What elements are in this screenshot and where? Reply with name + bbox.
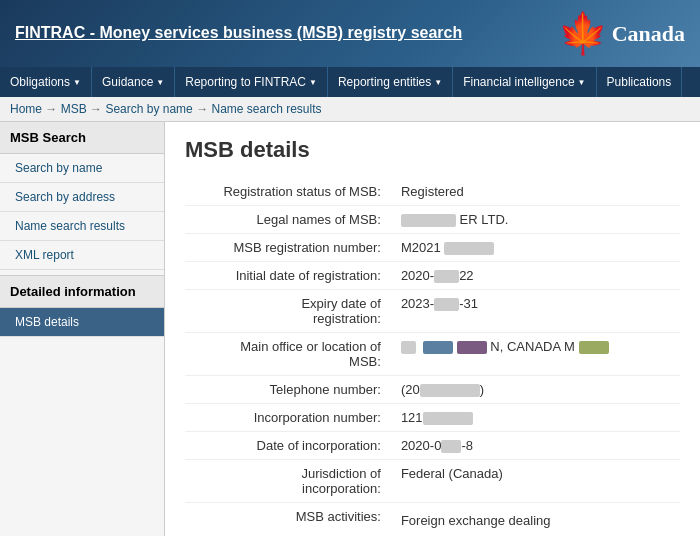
field-value-msb-activities: Foreign exchange dealing Money transferr… bbox=[393, 503, 680, 536]
chevron-down-icon: ▼ bbox=[434, 78, 442, 87]
table-row: Legal names of MSB: ER LTD. bbox=[185, 206, 680, 234]
breadcrumb-sep: → bbox=[90, 102, 105, 116]
field-value-main-office: N, CANADA M bbox=[393, 333, 680, 376]
sidebar-section-msb-search: MSB Search bbox=[0, 122, 164, 154]
redacted-block bbox=[401, 341, 416, 354]
field-value-registration-status: Registered bbox=[393, 178, 680, 206]
field-label-telephone: Telephone number: bbox=[185, 376, 393, 404]
redacted-block bbox=[457, 341, 487, 354]
nav-guidance[interactable]: Guidance ▼ bbox=[92, 67, 175, 97]
field-value-incorporation-number: 121 bbox=[393, 404, 680, 432]
redacted-block bbox=[444, 242, 494, 255]
sidebar-item-xml-report[interactable]: XML report bbox=[0, 241, 164, 270]
field-label-expiry-date: Expiry date ofregistration: bbox=[185, 290, 393, 333]
chevron-down-icon: ▼ bbox=[578, 78, 586, 87]
table-row: Date of incorporation: 2020-0-8 bbox=[185, 432, 680, 460]
chevron-down-icon: ▼ bbox=[309, 78, 317, 87]
field-label-msb-registration-number: MSB registration number: bbox=[185, 234, 393, 262]
field-label-incorporation-number: Incorporation number: bbox=[185, 404, 393, 432]
field-label-initial-date: Initial date of registration: bbox=[185, 262, 393, 290]
sidebar-item-msb-details[interactable]: MSB details bbox=[0, 308, 164, 337]
field-value-jurisdiction: Federal (Canada) bbox=[393, 460, 680, 503]
field-label-legal-names: Legal names of MSB: bbox=[185, 206, 393, 234]
table-row: Main office or location ofMSB: N, CANADA… bbox=[185, 333, 680, 376]
redacted-block bbox=[401, 214, 456, 227]
nav-publications[interactable]: Publications bbox=[597, 67, 683, 97]
breadcrumb-home[interactable]: Home bbox=[10, 102, 42, 116]
table-row: Incorporation number: 121 bbox=[185, 404, 680, 432]
breadcrumb-sep: → bbox=[196, 102, 211, 116]
breadcrumb: Home → MSB → Search by name → Name searc… bbox=[0, 97, 700, 122]
redacted-block bbox=[423, 341, 453, 354]
field-value-telephone: (20) bbox=[393, 376, 680, 404]
field-value-legal-names: ER LTD. bbox=[393, 206, 680, 234]
field-value-expiry-date: 2023--31 bbox=[393, 290, 680, 333]
sidebar-section-detailed-info: Detailed information bbox=[0, 275, 164, 308]
main-nav: Obligations ▼ Guidance ▼ Reporting to FI… bbox=[0, 67, 700, 97]
chevron-down-icon: ▼ bbox=[73, 78, 81, 87]
breadcrumb-msb[interactable]: MSB bbox=[61, 102, 87, 116]
redacted-block bbox=[423, 412, 473, 425]
canada-logo: 🍁 Canada bbox=[558, 10, 685, 57]
table-row: MSB activities: Foreign exchange dealing… bbox=[185, 503, 680, 536]
activity-foreign-exchange: Foreign exchange dealing bbox=[401, 509, 672, 532]
table-row: Telephone number: (20) bbox=[185, 376, 680, 404]
sidebar-item-search-by-address[interactable]: Search by address bbox=[0, 183, 164, 212]
breadcrumb-search-by-name[interactable]: Search by name bbox=[105, 102, 192, 116]
sidebar-item-name-search-results[interactable]: Name search results bbox=[0, 212, 164, 241]
field-value-initial-date: 2020-22 bbox=[393, 262, 680, 290]
page-title: MSB details bbox=[185, 137, 680, 163]
redacted-block bbox=[441, 440, 461, 453]
breadcrumb-name-search-results[interactable]: Name search results bbox=[211, 102, 321, 116]
canada-wordmark: Canada bbox=[612, 21, 685, 47]
field-label-msb-activities: MSB activities: bbox=[185, 503, 393, 536]
main-content: MSB details Registration status of MSB: … bbox=[165, 122, 700, 536]
site-header: FINTRAC - Money services business (MSB) … bbox=[0, 0, 700, 67]
table-row: Initial date of registration: 2020-22 bbox=[185, 262, 680, 290]
field-value-date-incorporation: 2020-0-8 bbox=[393, 432, 680, 460]
nav-reporting-entities[interactable]: Reporting entities ▼ bbox=[328, 67, 453, 97]
table-row: Registration status of MSB: Registered bbox=[185, 178, 680, 206]
redacted-block bbox=[434, 270, 459, 283]
table-row: Jurisdiction ofincorporation: Federal (C… bbox=[185, 460, 680, 503]
redacted-block bbox=[420, 384, 480, 397]
field-label-registration-status: Registration status of MSB: bbox=[185, 178, 393, 206]
redacted-block bbox=[434, 298, 459, 311]
chevron-down-icon: ▼ bbox=[156, 78, 164, 87]
field-value-msb-registration-number: M2021 bbox=[393, 234, 680, 262]
breadcrumb-sep: → bbox=[45, 102, 60, 116]
msb-detail-table: Registration status of MSB: Registered L… bbox=[185, 178, 680, 536]
activities-list: Foreign exchange dealing Money transferr… bbox=[401, 509, 672, 536]
nav-financial-intelligence[interactable]: Financial intelligence ▼ bbox=[453, 67, 596, 97]
main-layout: MSB Search Search by name Search by addr… bbox=[0, 122, 700, 536]
field-label-date-incorporation: Date of incorporation: bbox=[185, 432, 393, 460]
table-row: MSB registration number: M2021 bbox=[185, 234, 680, 262]
sidebar: MSB Search Search by name Search by addr… bbox=[0, 122, 165, 536]
nav-reporting-fintrac[interactable]: Reporting to FINTRAC ▼ bbox=[175, 67, 328, 97]
nav-obligations[interactable]: Obligations ▼ bbox=[0, 67, 92, 97]
field-label-main-office: Main office or location ofMSB: bbox=[185, 333, 393, 376]
redacted-block bbox=[579, 341, 609, 354]
site-title[interactable]: FINTRAC - Money services business (MSB) … bbox=[15, 23, 462, 44]
maple-leaf-icon: 🍁 bbox=[558, 10, 608, 57]
table-row: Expiry date ofregistration: 2023--31 bbox=[185, 290, 680, 333]
field-label-jurisdiction: Jurisdiction ofincorporation: bbox=[185, 460, 393, 503]
sidebar-item-search-by-name[interactable]: Search by name bbox=[0, 154, 164, 183]
